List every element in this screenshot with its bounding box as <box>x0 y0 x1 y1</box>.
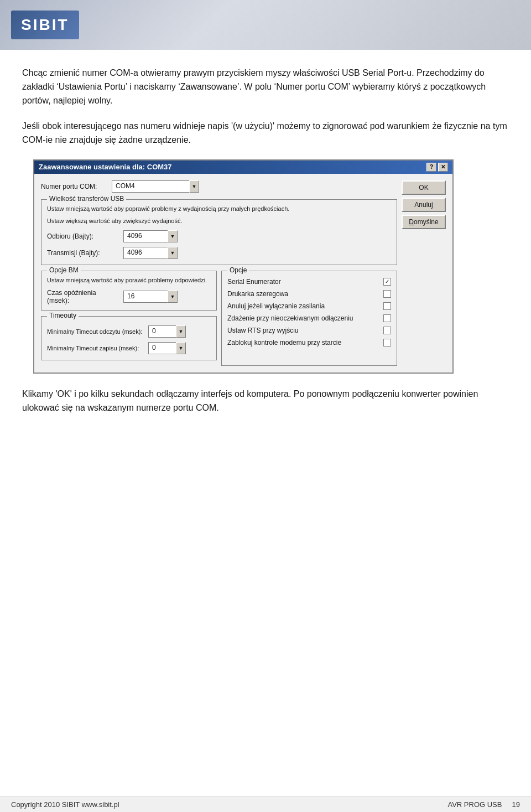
write-timeout-label: Minimalny Timeout zapisu (msek): <box>47 345 144 351</box>
option-label: Zablokuj kontrole modemu przy starcie <box>227 339 379 346</box>
read-timeout-input[interactable]: 0 <box>148 325 176 338</box>
option-row: Zablokuj kontrole modemu przy starcie <box>227 337 391 349</box>
write-timeout-select[interactable]: 0 ▼ <box>148 342 186 354</box>
usb-transfer-group: Wielkość transferów USB Ustaw mniejszą w… <box>41 199 397 265</box>
usb-transfer-text2: Ustaw większą wartość aby zwiększyć wyda… <box>47 216 391 226</box>
transmit-dropdown-btn[interactable]: ▼ <box>168 247 178 259</box>
receive-dropdown-btn[interactable]: ▼ <box>168 230 178 242</box>
main-content: Chcąc zmienić numer COM-a otwieramy praw… <box>0 50 531 426</box>
option-checkbox[interactable] <box>383 339 391 346</box>
read-timeout-label: Minimalny Timeout odczytu (msek): <box>47 328 144 335</box>
com-port-input[interactable]: COM4 <box>112 180 189 193</box>
com-port-row: Numer portu COM: COM4 ▼ <box>41 180 397 193</box>
bottom-right: Opcje Serial EnumeratorDrukarka szeregow… <box>221 271 397 366</box>
delay-input[interactable]: 16 <box>123 291 168 303</box>
option-row: Drukarka szeregowa <box>227 288 391 300</box>
option-label: Ustaw RTS przy wyjściu <box>227 327 379 334</box>
bm-options-text: Ustaw mniejszą wartość aby porawić probl… <box>47 276 211 285</box>
write-timeout-dropdown-btn[interactable]: ▼ <box>176 342 186 354</box>
footer-right: AVR PROG USB 19 <box>447 800 520 809</box>
product-name: AVR PROG USB <box>447 800 502 809</box>
transmit-select[interactable]: 4096 ▼ <box>123 247 178 259</box>
footer-left: Copyright 2010 SIBIT www.sibit.pl <box>11 800 119 809</box>
dialog-main: Numer portu COM: COM4 ▼ Wielkość transfe… <box>41 180 397 366</box>
read-timeout-select[interactable]: 0 ▼ <box>148 325 186 338</box>
timeouts-title: Timeouty <box>47 312 79 319</box>
dialog-body: Numer portu COM: COM4 ▼ Wielkość transfe… <box>34 174 452 373</box>
intro-paragraph1: Chcąc zmienić numer COM-a otwieramy praw… <box>22 66 509 107</box>
default-label: Domyślne <box>409 218 438 226</box>
footer-details: 2010 SIBIT www.sibit.pl <box>44 800 119 809</box>
options-title: Opcje <box>227 266 249 274</box>
option-row: Ustaw RTS przy wyjściu <box>227 324 391 337</box>
page-number: 19 <box>512 800 520 809</box>
dialog-wrapper: Zaawansowane ustawienia dla: COM37 ? ✕ N… <box>33 159 498 374</box>
logo: SIBIT <box>21 16 69 34</box>
transmit-label: Transmisji (Bajty): <box>47 249 119 257</box>
com-port-dropdown-btn[interactable]: ▼ <box>189 180 199 193</box>
delay-row: Czas opóźnienia (msek): 16 ▼ <box>47 289 211 304</box>
outro-text: Klikamy 'OK' i po kilku sekundach odłącz… <box>22 387 509 415</box>
titlebar-buttons: ? ✕ <box>426 163 448 172</box>
receive-row: Odbioru (Bajty): 4096 ▼ <box>47 230 391 242</box>
usb-transfer-text1: Ustaw mniejszą wartość aby poprawić prob… <box>47 204 391 214</box>
option-checkbox[interactable] <box>383 278 391 286</box>
option-checkbox[interactable] <box>383 314 391 322</box>
option-label: Anuluj jeżeli wyłączanie zasilania <box>227 302 379 310</box>
receive-label: Odbioru (Bajty): <box>47 232 119 240</box>
option-checkbox[interactable] <box>383 290 391 298</box>
timeouts-group: Timeouty Minimalny Timeout odczytu (msek… <box>41 316 217 360</box>
transmit-row: Transmisji (Bajty): 4096 ▼ <box>47 247 391 259</box>
option-label: Drukarka szeregowa <box>227 290 379 298</box>
write-timeout-input[interactable]: 0 <box>148 342 176 354</box>
receive-input[interactable]: 4096 <box>123 230 168 242</box>
close-button[interactable]: ✕ <box>438 163 448 172</box>
dialog-title: Zaawansowane ustawienia dla: COM37 <box>39 163 172 171</box>
bottom-row: Opcje BM Ustaw mniejszą wartość aby pora… <box>41 271 397 366</box>
write-timeout-row: Minimalny Timeout zapisu (msek): 0 ▼ <box>47 342 211 354</box>
advanced-settings-dialog: Zaawansowane ustawienia dla: COM37 ? ✕ N… <box>33 159 454 374</box>
delay-label: Czas opóźnienia (msek): <box>47 289 119 304</box>
delay-dropdown-btn[interactable]: ▼ <box>168 291 178 303</box>
ok-button[interactable]: OK <box>402 180 446 195</box>
transmit-input[interactable]: 4096 <box>123 247 168 259</box>
logo-box: SIBIT <box>11 11 79 39</box>
option-checkbox[interactable] <box>383 302 391 310</box>
option-row: Serial Enumerator <box>227 276 391 288</box>
receive-select[interactable]: 4096 ▼ <box>123 230 178 242</box>
usb-transfer-title: Wielkość transferów USB <box>47 195 126 203</box>
option-label: Serial Enumerator <box>227 278 379 286</box>
footer: Copyright 2010 SIBIT www.sibit.pl AVR PR… <box>0 797 531 812</box>
copyright-label: Copyright <box>11 800 42 809</box>
option-checkbox[interactable] <box>383 327 391 334</box>
option-label: Zdażenie przy nieoczekiwanym odłączeniu <box>227 314 379 322</box>
option-row: Anuluj jeżeli wyłączanie zasilania <box>227 300 391 312</box>
bm-options-title: Opcje BM <box>47 266 81 274</box>
help-button[interactable]: ? <box>426 163 436 172</box>
delay-select[interactable]: 16 ▼ <box>123 291 178 303</box>
read-timeout-dropdown-btn[interactable]: ▼ <box>176 325 186 338</box>
com-port-label: Numer portu COM: <box>41 183 107 190</box>
bottom-left: Opcje BM Ustaw mniejszą wartość aby pora… <box>41 271 217 366</box>
header: SIBIT <box>0 0 531 50</box>
dialog-titlebar: Zaawansowane ustawienia dla: COM37 ? ✕ <box>34 161 452 174</box>
dialog-buttons-panel: OK Anuluj Domyślne <box>402 180 446 366</box>
bm-options-group: Opcje BM Ustaw mniejszą wartość aby pora… <box>41 271 217 311</box>
read-timeout-row: Minimalny Timeout odczytu (msek): 0 ▼ <box>47 325 211 338</box>
intro-paragraph2: Jeśli obok interesującego nas numeru wid… <box>22 120 509 147</box>
com-port-select[interactable]: COM4 ▼ <box>112 180 199 193</box>
options-list: Serial EnumeratorDrukarka szeregowaAnulu… <box>227 276 391 349</box>
options-group: Opcje Serial EnumeratorDrukarka szeregow… <box>221 271 397 366</box>
cancel-button[interactable]: Anuluj <box>402 198 446 212</box>
option-row: Zdażenie przy nieoczekiwanym odłączeniu <box>227 312 391 324</box>
default-underline: D <box>409 218 414 226</box>
default-button[interactable]: Domyślne <box>402 215 446 229</box>
